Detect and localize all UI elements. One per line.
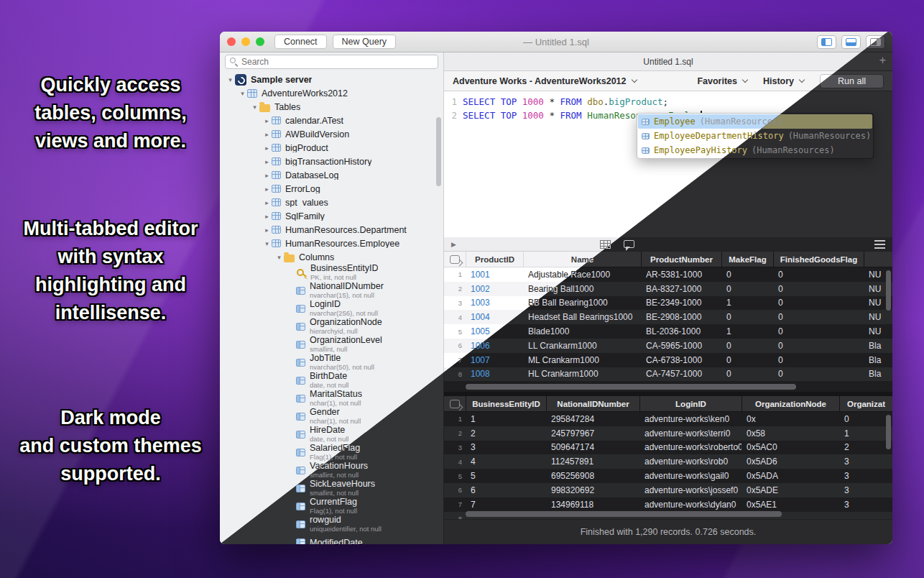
column-header-productid[interactable]: ProductID xyxy=(466,252,523,267)
new-query-button[interactable]: New Query xyxy=(333,35,397,49)
vertical-scrollbar[interactable] xyxy=(886,270,891,311)
column-header-nationalidnumber[interactable]: NationalIDNumber xyxy=(546,396,639,411)
horizontal-scrollbar[interactable] xyxy=(466,384,796,390)
disclosure-triangle[interactable]: ▸ xyxy=(262,172,272,179)
play-icon[interactable]: ▶ xyxy=(451,241,456,248)
tree-item-calendar-atest[interactable]: ▸calendar.ATest xyxy=(220,114,443,127)
connection-dropdown[interactable]: Adventure Works - AdventureWorks2012 xyxy=(453,76,637,86)
layout-left-panel-button[interactable] xyxy=(817,35,836,49)
tree-item-humanresources-employee[interactable]: ▾HumanResources.Employee xyxy=(220,237,443,250)
tree-item-columns[interactable]: ▾Columns xyxy=(220,250,443,264)
tree-item-bigproduct[interactable]: ▸bigProduct xyxy=(220,141,443,155)
column-header-businessentityid[interactable]: BusinessEntityID xyxy=(466,396,546,411)
tree-item-label: Gender xyxy=(310,408,361,416)
tab-untitled[interactable]: Untitled 1.sql xyxy=(643,57,693,67)
zoom-button[interactable] xyxy=(256,37,264,46)
search-input[interactable] xyxy=(225,55,438,69)
cell-loginid: adventure-works\jossef0 xyxy=(639,485,741,495)
connect-button[interactable]: Connect xyxy=(274,35,327,49)
disclosure-triangle[interactable]: ▸ xyxy=(262,158,272,165)
tree-item-organizationlevel[interactable]: OrganizationLevelsmallint, null xyxy=(220,336,443,354)
table-icon xyxy=(272,144,281,152)
cell-organizationnode: 0x5AE1 xyxy=(741,500,839,510)
table-row[interactable]: 55695256908adventure-works\gail00x5ADA3 xyxy=(444,469,892,483)
tree-item-adventureworks2012[interactable]: ▾AdventureWorks2012 xyxy=(220,86,443,100)
cell-productid: 1002 xyxy=(466,284,523,294)
tree-item-humanresources-department[interactable]: ▸HumanResources.Department xyxy=(220,223,443,237)
cell-finishedgoodsflag: 0 xyxy=(773,355,864,365)
column-header-finishedgoodsflag[interactable]: FinishedGoodsFlag xyxy=(773,252,864,267)
tree-item-tables[interactable]: ▾Tables xyxy=(220,100,443,114)
tree-item-label: bigProduct xyxy=(285,144,328,152)
disclosure-triangle[interactable]: ▸ xyxy=(262,131,272,138)
chevron-down-icon xyxy=(799,77,805,83)
table-row[interactable]: 33509647174adventure-works\roberto00x5AC… xyxy=(444,441,892,455)
disclosure-triangle[interactable]: ▸ xyxy=(262,144,272,152)
tree-item-organizationnode[interactable]: OrganizationNodehierarchyid, null xyxy=(220,318,443,336)
tree-item-sample-server[interactable]: ▾Sample server xyxy=(220,73,443,86)
horizontal-scrollbar[interactable] xyxy=(466,511,782,517)
add-tab-button[interactable]: + xyxy=(879,54,886,67)
column-header-productnumber[interactable]: ProductNumber xyxy=(641,252,721,267)
close-button[interactable] xyxy=(227,37,236,46)
cell-productid: 1008 xyxy=(466,369,523,379)
cell-makeflag: 0 xyxy=(721,369,773,379)
table-row[interactable]: 81008HL Crankarm1000CA-7457-100000Bla xyxy=(444,367,892,382)
table-icon xyxy=(272,116,281,124)
disclosure-triangle[interactable]: ▸ xyxy=(262,213,272,220)
export-icon[interactable] xyxy=(450,255,460,264)
table-row[interactable]: 22245797967adventure-works\terri00x581 xyxy=(444,426,892,441)
table-row[interactable]: 11295847284adventure-works\ken00x0 xyxy=(444,412,892,426)
cell-blank: NU xyxy=(864,312,892,322)
tree-item-label: OrganizationNode xyxy=(310,318,382,326)
column-header-blank[interactable] xyxy=(864,252,892,267)
tree-item-bigtransactionhistory[interactable]: ▸bigTransactionHistory xyxy=(220,155,443,168)
table-row[interactable]: 61006LL Crankarm1000CA-5965-100000Bla xyxy=(444,339,892,353)
favorites-dropdown[interactable]: Favorites xyxy=(697,76,747,86)
disclosure-triangle[interactable]: ▸ xyxy=(262,226,272,234)
tree-item-awbuildversion[interactable]: ▸AWBuildVersion xyxy=(220,127,443,141)
column-header-loginid[interactable]: LoginID xyxy=(639,396,741,411)
status-bar: Finished with 1,290 records. 0.726 secon… xyxy=(444,519,892,544)
cell-productnumber: BA-8327-1000 xyxy=(641,284,721,294)
folder-icon xyxy=(259,104,270,112)
table-row[interactable]: 44112457891adventure-works\rob00x5AD63 xyxy=(444,454,892,469)
tree-item-databaselog[interactable]: ▸DatabaseLog xyxy=(220,168,443,182)
tree-item-birthdate[interactable]: BirthDatedate, not null xyxy=(220,372,443,390)
traffic-lights xyxy=(227,37,264,46)
column-header-organizat[interactable]: Organizat xyxy=(839,396,892,411)
disclosure-triangle[interactable]: ▾ xyxy=(250,104,259,111)
col-icon xyxy=(296,323,305,331)
menu-icon[interactable] xyxy=(874,244,885,245)
tree-item-nationalidnumber[interactable]: NationalIDNumbernvarchar(15), not null xyxy=(220,282,443,300)
disclosure-triangle[interactable]: ▸ xyxy=(262,199,272,206)
disclosure-triangle[interactable]: ▾ xyxy=(274,254,284,261)
history-dropdown[interactable]: History xyxy=(763,76,804,86)
vertical-scrollbar[interactable] xyxy=(886,415,891,449)
minimize-button[interactable] xyxy=(241,37,250,46)
sidebar-scrollbar[interactable] xyxy=(436,117,441,186)
tree-item-modifieddate[interactable]: ModifiedDate xyxy=(220,533,443,544)
table-row[interactable]: 71007ML Crankarm1000CA-6738-100000Bla xyxy=(444,353,892,367)
tree-item-sqlfamily[interactable]: ▸SqlFamily xyxy=(220,209,443,223)
table-row[interactable]: 66998320692adventure-works\jossef00x5ADE… xyxy=(444,483,892,497)
table-row[interactable]: 77134969118adventure-works\dylan00x5AE13 xyxy=(444,497,892,512)
disclosure-triangle[interactable]: ▸ xyxy=(262,117,272,124)
disclosure-triangle[interactable]: ▾ xyxy=(226,76,235,83)
disclosure-triangle[interactable]: ▾ xyxy=(262,240,272,247)
row-number: 4 xyxy=(444,458,466,466)
column-header-makeflag[interactable]: MakeFlag xyxy=(721,252,773,267)
disclosure-triangle[interactable]: ▾ xyxy=(238,90,247,97)
column-header-organizationnode[interactable]: OrganizationNode xyxy=(741,396,839,411)
layout-bottom-panel-button[interactable] xyxy=(841,35,861,49)
tree-item-errorlog[interactable]: ▸ErrorLog xyxy=(220,182,443,196)
tree-item-spt-values[interactable]: ▸spt_values xyxy=(220,196,443,209)
editor-tab-bar: Untitled 1.sql + xyxy=(444,52,892,71)
tree-item-loginid[interactable]: LoginIDnvarchar(256), not null xyxy=(220,300,443,318)
messages-icon[interactable] xyxy=(624,240,634,248)
table-row[interactable]: 51005Blade1000BL-2036-100010NU xyxy=(444,324,892,339)
tree-item-jobtitle[interactable]: JobTitlenvarchar(50), not null xyxy=(220,354,443,372)
tree-item-businessentityid[interactable]: BusinessEntityIDPK, int, not null xyxy=(220,264,443,282)
export-icon[interactable] xyxy=(450,400,460,408)
disclosure-triangle[interactable]: ▸ xyxy=(262,185,272,193)
